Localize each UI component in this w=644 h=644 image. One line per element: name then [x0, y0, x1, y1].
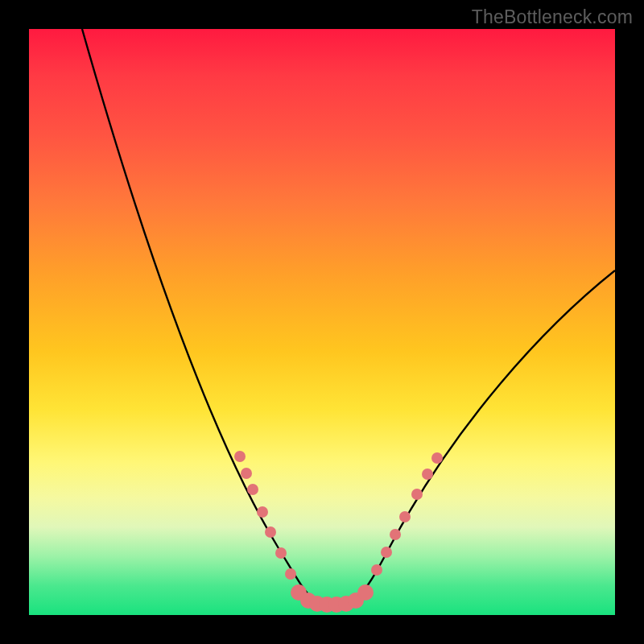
marker: [390, 529, 401, 540]
marker: [381, 547, 392, 558]
marker: [275, 547, 287, 559]
chart-frame: TheBottleneck.com: [0, 0, 644, 644]
marker: [265, 526, 276, 538]
marker: [371, 564, 382, 576]
marker: [431, 452, 443, 464]
marker: [422, 469, 433, 480]
marker: [411, 489, 423, 500]
marker: [357, 584, 374, 601]
bottleneck-curve: [82, 29, 615, 604]
marker: [399, 511, 411, 522]
plot-area: [29, 29, 615, 615]
marker: [285, 568, 296, 580]
marker: [257, 506, 268, 518]
markers-right: [371, 452, 443, 576]
marker: [247, 484, 258, 495]
marker: [241, 468, 252, 479]
marker: [234, 451, 246, 462]
watermark-text: TheBottleneck.com: [472, 6, 633, 28]
chart-svg: [29, 29, 615, 615]
markers-bottom: [291, 584, 374, 613]
